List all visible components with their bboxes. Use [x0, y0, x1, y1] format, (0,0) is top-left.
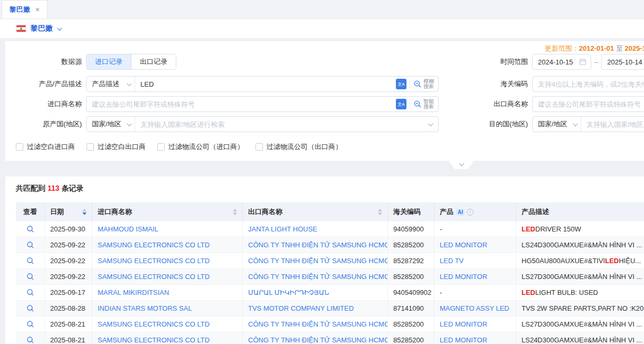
sort-icon[interactable] [78, 209, 87, 215]
table-row: 2025-09-30MAHMOUD ISMAILJANTA LIGHT HOUS… [16, 221, 644, 237]
column-header-4: 海关编码 [388, 202, 434, 221]
tab-lebanon[interactable]: 黎巴嫩 × [2, 0, 48, 18]
checkbox-icon[interactable] [16, 143, 23, 151]
product-link[interactable]: MAGNETO ASSY LED [440, 304, 509, 312]
view-detail-icon[interactable] [26, 273, 34, 281]
exporter-name-input[interactable] [532, 96, 644, 112]
checkbox-icon[interactable] [87, 143, 94, 151]
destination-country-input[interactable] [581, 120, 644, 128]
sort-asc-caret[interactable] [233, 209, 237, 211]
divider [410, 99, 410, 109]
importer-link[interactable]: INDIAN STARS MOTORS SAL [98, 304, 192, 312]
product-label: 产品/产品描述 [5, 79, 82, 89]
filter-checkbox-1[interactable]: 过滤空白出口商 [87, 142, 146, 152]
exporter-link[interactable]: TVS MOTOR COMPANY LIMITED [248, 304, 354, 312]
summary-suffix: 条记录 [62, 184, 84, 192]
product-search-input[interactable] [135, 80, 396, 88]
datasource-segmented: 进口记录 出口记录 [86, 54, 176, 70]
sort-desc-caret[interactable] [378, 212, 382, 215]
summary-prefix: 共匹配到 [16, 184, 45, 192]
column-header-3[interactable]: 出口商名称 [243, 202, 388, 221]
table-row: 2025-09-22SAMSUNG ELECTRONICS CO LTDCÔNG… [16, 237, 644, 253]
translate-icon[interactable]: 文A [396, 79, 406, 89]
sort-desc-caret[interactable] [82, 212, 87, 215]
importer-name-input[interactable] [87, 100, 396, 108]
filter-checkbox-0[interactable]: 过滤空白进口商 [16, 142, 75, 152]
product-type-value: 产品描述 [92, 79, 119, 89]
exporter-link[interactable]: CÔNG TY TNHH ĐIỆN TỬ SAMSUNG HCMC... [248, 241, 388, 249]
results-table: 查看日期进口商名称出口商名称海关编码产品AIi产品描述 2025-09-30MA… [16, 202, 644, 344]
importer-cell: SAMSUNG ELECTRONICS CO LTD [92, 253, 243, 268]
exporter-cell: CÔNG TY TNHH ĐIỆN TỬ SAMSUNG HCMC... [243, 269, 388, 284]
view-detail-icon[interactable] [26, 257, 34, 265]
product-link[interactable]: LED MONITOR [440, 273, 487, 281]
column-header-1[interactable]: 日期 [45, 202, 92, 221]
importer-link[interactable]: SAMSUNG ELECTRONICS CO LTD [98, 336, 210, 344]
date-to-input[interactable]: 2025-10-14 [601, 54, 644, 70]
results-panel: 共匹配到113条记录 查看日期进口商名称出口商名称海关编码产品AIi产品描述 2… [5, 176, 644, 344]
view-cell [16, 332, 45, 344]
tab-import-records[interactable]: 进口记录 [87, 54, 131, 69]
smart-search-button[interactable]: 智能 搜索 [413, 99, 434, 109]
importer-link[interactable]: SAMSUNG ELECTRONICS CO LTD [98, 257, 210, 265]
checkbox-icon[interactable] [255, 143, 263, 151]
column-header-5: 产品AIi [434, 202, 516, 221]
view-detail-icon[interactable] [26, 336, 34, 344]
tab-export-records[interactable]: 出口记录 [131, 54, 176, 69]
importer-link[interactable]: MARAL MIKIRDITSIAN [98, 289, 169, 296]
product-link[interactable]: LED TV [440, 257, 463, 265]
collapse-filter-button[interactable] [449, 161, 474, 169]
importer-link[interactable]: MAHMOUD ISMAIL [98, 225, 158, 233]
exporter-link[interactable]: CÔNG TY TNHH ĐIỆN TỬ SAMSUNG HCMC... [248, 257, 388, 265]
view-detail-icon[interactable] [26, 241, 34, 249]
product-cell: LED MONITOR [434, 317, 516, 332]
sort-asc-caret[interactable] [82, 209, 87, 211]
translate-icon[interactable]: 文A [396, 99, 406, 109]
origin-type-select[interactable]: 国家/地区 [87, 117, 135, 132]
chevron-down-icon[interactable] [57, 25, 62, 31]
checkbox-icon[interactable] [157, 143, 165, 151]
filter-checkbox-2[interactable]: 过滤物流公司（进口商） [157, 142, 244, 152]
info-icon[interactable]: i [467, 209, 473, 216]
sort-icon[interactable] [229, 209, 237, 215]
column-header-2[interactable]: 进口商名称 [92, 202, 243, 221]
exporter-link[interactable]: CÔNG TY TNHH ĐIỆN TỬ SAMSUNG HCMC... [248, 320, 388, 328]
exporter-link[interactable]: CÔNG TY TNHH ĐIỆN TỬ SAMSUNG HCMC... [248, 336, 388, 344]
destination-type-select[interactable]: 国家/地区 [533, 117, 581, 132]
importer-control: 文A 智能 搜索 [86, 96, 439, 112]
product-link[interactable]: LED MONITOR [440, 336, 487, 344]
fuzzy-search-button[interactable]: 模糊 搜索 [413, 79, 434, 89]
sort-asc-caret[interactable] [378, 209, 382, 211]
sort-desc-caret[interactable] [233, 212, 237, 215]
view-detail-icon[interactable] [26, 225, 34, 233]
view-detail-icon[interactable] [26, 304, 34, 312]
sort-icon[interactable] [374, 209, 382, 215]
view-detail-icon[interactable] [26, 289, 34, 296]
filter-checkbox-3[interactable]: 过滤物流公司（出口商） [255, 142, 342, 152]
origin-country-input[interactable] [135, 120, 426, 128]
description-cell: TVS 2W SPARE PARTS,PART NO :K20... [516, 301, 644, 316]
exporter-link[interactable]: JANTA LIGHT HOUSE [248, 225, 317, 233]
hs-code-input[interactable] [532, 76, 644, 92]
exporter-link[interactable]: ՄԱՐԱԼ ՄԻԿԻՐԴԻՉՅԱՆ [248, 289, 329, 296]
date-from-input[interactable]: 2024-10-15 [532, 54, 591, 70]
view-cell [16, 237, 45, 253]
results-count: 113 [48, 184, 60, 192]
importer-link[interactable]: SAMSUNG ELECTRONICS CO LTD [98, 320, 210, 328]
hs-code-cell: 85285200 [388, 332, 434, 344]
importer-cell: MARAL MIKIRDITSIAN [92, 285, 243, 300]
date-cell: 2025-09-22 [45, 253, 92, 268]
importer-link[interactable]: SAMSUNG ELECTRONICS CO LTD [98, 273, 210, 281]
date-cell: 2025-08-21 [45, 317, 92, 332]
view-detail-icon[interactable] [26, 320, 34, 328]
checkbox-label: 过滤空白出口商 [98, 142, 146, 152]
exporter-cell: CÔNG TY TNHH ĐIỆN TỬ SAMSUNG HCMC... [243, 237, 388, 253]
close-icon[interactable]: × [35, 6, 40, 13]
exporter-link[interactable]: CÔNG TY TNHH ĐIỆN TỬ SAMSUNG HCMC... [248, 273, 388, 281]
product-link[interactable]: LED MONITOR [440, 320, 487, 328]
product-type-select[interactable]: 产品描述 [87, 77, 135, 91]
product-link[interactable]: LED MONITOR [440, 241, 487, 249]
exporter-group: 出口商名称 [455, 96, 644, 112]
importer-link[interactable]: SAMSUNG ELECTRONICS CO LTD [98, 241, 210, 249]
chevron-down-icon[interactable] [428, 121, 433, 126]
